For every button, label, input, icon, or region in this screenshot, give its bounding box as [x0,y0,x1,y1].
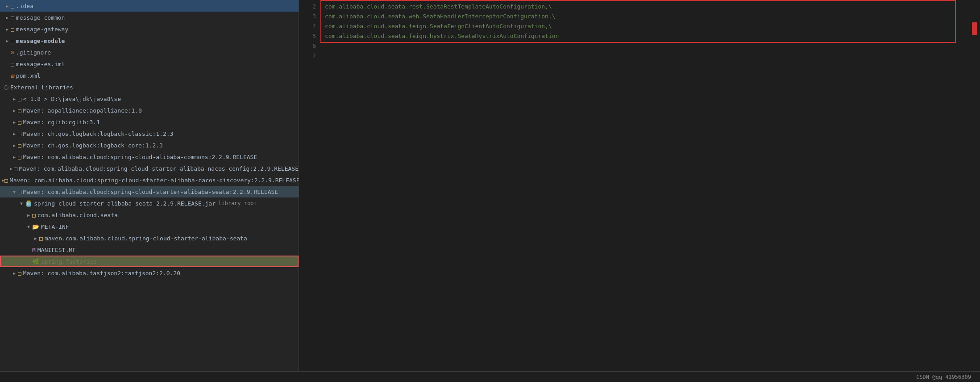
arrow-icon: ▶ [4,4,11,8]
libs-icon: ⬡ [4,84,8,91]
scroll-indicator [972,22,977,35]
maven-folder-icon: □ [18,107,21,114]
sidebar-item-label: META-INF [41,223,69,230]
iml-icon: □ [11,61,14,67]
sidebar-item-manifest-mf[interactable]: M MANIFEST.MF [0,244,299,256]
sidebar-item-label: message-gateway [16,26,68,33]
sidebar-item-label: message-module [16,38,65,44]
sidebar-item-label: < 1.8 > D:\java\jdk\java8\se [23,96,121,102]
sidebar-item-label: Maven: com.alibaba.cloud:spring-cloud-st… [19,165,299,172]
arrow-icon: ▶ [32,236,39,241]
arrow-icon: ▶ [11,108,18,113]
folder-icon: □ [39,235,43,242]
arrow-icon: ▶ [11,271,18,276]
arrow-icon: ▶ [11,155,18,160]
main-layout: ▶ □ .idea ▶ □ message-common ▶ □ message… [0,0,980,371]
maven-folder-icon: □ [14,165,17,172]
sidebar-item-label: com.alibaba.cloud.seata [37,212,118,218]
arrow-icon: ▶ [8,166,14,171]
folder-icon: □ [11,26,14,33]
sidebar-item-gitignore[interactable]: ⊘ .gitignore [0,46,299,58]
sidebar-item-message-gateway[interactable]: ▶ □ message-gateway [0,23,299,35]
status-bar: CSDN @qq_41956309 [0,371,980,382]
sidebar-item-meta-inf[interactable]: ▼ 📂 META-INF [0,221,299,232]
sidebar-item-maven-com-alibaba[interactable]: ▶ □ maven.com.alibaba.cloud.spring-cloud… [0,232,299,244]
arrow-icon: ▶ [4,38,11,43]
sidebar-item-pom-xml[interactable]: m pom.xml [0,70,299,81]
sidebar-item-label: .idea [16,3,33,9]
maven-folder-icon: □ [18,154,21,160]
sidebar-item-maven-aopalliance[interactable]: ▶ □ Maven: aopalliance:aopalliance:1.0 [0,105,299,116]
maven-icon: m [11,72,14,79]
folder-icon: □ [11,38,14,44]
sidebar-item-message-module[interactable]: ▶ □ message-module [0,35,299,46]
code-line-5: com.alibaba.cloud.seata.feign.hystrix.Se… [325,31,976,41]
arrow-icon: ▼ [25,224,32,229]
sidebar-item-external-libs: ⬡ External Libraries [0,81,299,93]
sidebar-item-label: pom.xml [16,72,41,79]
arrow-icon: ▶ [4,27,11,32]
jar-icon: 🫙 [25,200,32,207]
sidebar-item-com-alibaba-cloud-seata[interactable]: ▶ □ com.alibaba.cloud.seata [0,209,299,221]
code-container: 2 3 4 5 6 7 com.alibaba.cloud.seata.rest… [299,2,980,61]
sidebar[interactable]: ▶ □ .idea ▶ □ message-common ▶ □ message… [0,0,299,371]
sidebar-item-message-common[interactable]: ▶ □ message-common [0,12,299,23]
maven-folder-icon: □ [18,270,21,277]
maven-folder-icon: □ [18,142,21,149]
arrow-icon: ▶ [11,120,18,125]
sidebar-item-secondary-label: library root [218,200,257,206]
sidebar-item-seata-jar[interactable]: ▼ 🫙 spring-cloud-starter-alibaba-seata-2… [0,197,299,209]
maven-folder-icon: □ [18,130,21,137]
sidebar-item-label: Maven: com.alibaba.fastjson2:fastjson2:2… [23,270,180,277]
git-icon: ⊘ [11,49,14,56]
sidebar-item-label: Maven: aopalliance:aopalliance:1.0 [23,107,142,114]
arrow-icon: ▶ [11,97,18,101]
folder-icon: □ [11,3,14,9]
maven-folder-icon: □ [18,119,21,126]
sidebar-item-label: message-es.iml [16,61,65,67]
sidebar-item-label: .gitignore [16,49,51,56]
folder-icon: □ [11,14,14,21]
arrow-icon: ▶ [4,15,11,20]
code-line-2: com.alibaba.cloud.seata.rest.SeataRestTe… [325,2,976,12]
sidebar-item-label: Maven: cglib:cglib:3.1 [23,119,100,126]
arrow-icon: ▶ [11,143,18,148]
jdk-icon: □ [18,96,21,102]
sidebar-item-maven-nacos-config[interactable]: ▶ □ Maven: com.alibaba.cloud:spring-clou… [0,163,299,174]
sidebar-item-maven-nacos-discovery[interactable]: ▶ □ Maven: com.alibaba.cloud:spring-clou… [0,174,299,186]
sidebar-item-maven-cglib[interactable]: ▶ □ Maven: cglib:cglib:3.1 [0,116,299,128]
arrow-icon: ▶ [25,213,32,218]
arrow-icon: ▼ [11,189,18,194]
sidebar-item-maven-fastjson2[interactable]: ▶ □ Maven: com.alibaba.fastjson2:fastjso… [0,267,299,279]
manifest-icon: M [32,247,36,253]
factories-icon: 🌿 [32,258,39,265]
sidebar-item-jdk[interactable]: ▶ □ < 1.8 > D:\java\jdk\java8\se [0,93,299,105]
sidebar-item-maven-logback-core[interactable]: ▶ □ Maven: ch.qos.logback:logback-core:1… [0,139,299,151]
sidebar-item-idea[interactable]: ▶ □ .idea [0,0,299,12]
sidebar-item-label: Maven: ch.qos.logback:logback-classic:1.… [23,130,174,137]
sidebar-item-label: message-common [16,14,65,21]
code-line-4: com.alibaba.cloud.seata.feign.SeataFeign… [325,21,976,31]
sidebar-item-label: Maven: com.alibaba.cloud:spring-cloud-st… [10,177,299,184]
sidebar-item-label: External Libraries [10,84,73,91]
sidebar-item-label: maven.com.alibaba.cloud.spring-cloud-sta… [45,235,247,242]
sidebar-item-maven-commons[interactable]: ▶ □ Maven: com.alibaba.cloud:spring-clou… [0,151,299,163]
sidebar-item-label: Maven: ch.qos.logback:logback-core:1.2.3 [23,142,163,149]
sidebar-item-spring-factories[interactable]: 🌿 spring.factories [0,256,299,267]
arrow-icon: ▼ [18,201,25,206]
code-lines: com.alibaba.cloud.seata.rest.SeataRestTe… [321,2,980,61]
sidebar-item-label: spring.factories [41,258,97,265]
sidebar-item-maven-seata[interactable]: ▼ □ Maven: com.alibaba.cloud:spring-clou… [0,186,299,197]
arrow-icon: ▶ [11,131,18,136]
sidebar-item-message-es-iml[interactable]: □ message-es.iml [0,58,299,70]
code-line-7 [325,51,976,61]
folder-open-icon: 📂 [32,223,39,230]
sidebar-item-maven-logback-classic[interactable]: ▶ □ Maven: ch.qos.logback:logback-classi… [0,128,299,139]
code-line-3: com.alibaba.cloud.seata.web.SeataHandler… [325,12,976,21]
sidebar-item-label: Maven: com.alibaba.cloud:spring-cloud-al… [23,154,257,160]
maven-folder-icon: □ [18,189,21,195]
code-editor: 2 3 4 5 6 7 com.alibaba.cloud.seata.rest… [299,0,980,371]
sidebar-item-label: MANIFEST.MF [37,247,76,253]
code-line-6 [325,41,976,51]
package-icon: □ [32,212,36,218]
